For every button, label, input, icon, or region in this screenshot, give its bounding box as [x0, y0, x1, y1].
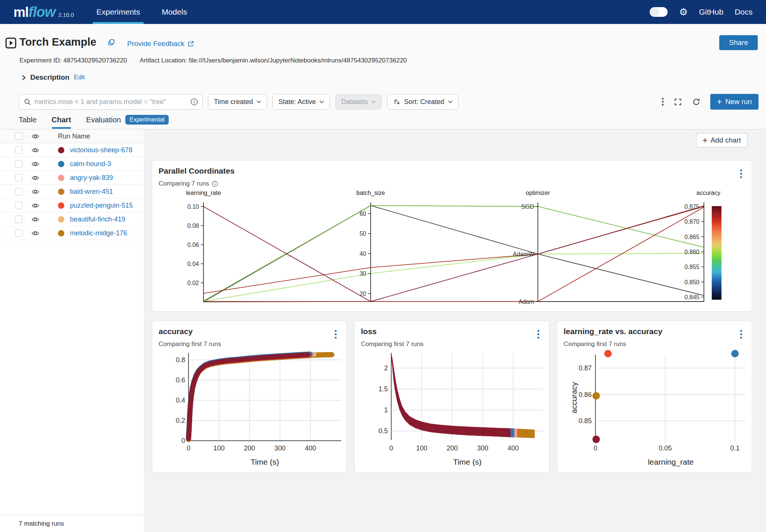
run-color-dot: [58, 216, 64, 223]
time-created-filter[interactable]: Time created: [208, 94, 267, 110]
visibility-toggle-icon[interactable]: [31, 215, 39, 223]
run-checkbox[interactable]: [15, 160, 22, 168]
run-checkbox[interactable]: [15, 188, 22, 195]
svg-text:50: 50: [359, 230, 366, 237]
svg-text:300: 300: [274, 444, 285, 452]
run-name-link[interactable]: victorious-sheep-678: [70, 146, 132, 154]
chevron-down-icon: [371, 100, 376, 103]
chart-menu-icon[interactable]: [739, 328, 744, 340]
charts-pane: + Add chart learning_rate0.100.080.060.0…: [145, 129, 766, 532]
run-name-column-header: Run Name: [58, 132, 90, 140]
nav-tab-experiments[interactable]: Experiments: [95, 0, 142, 24]
share-button[interactable]: Share: [719, 35, 758, 50]
tab-chart[interactable]: Chart: [52, 116, 71, 129]
visibility-toggle-icon[interactable]: [31, 229, 39, 237]
sort-icon: [393, 98, 400, 106]
run-checkbox[interactable]: [15, 174, 22, 181]
svg-text:0.845: 0.845: [684, 294, 699, 300]
run-color-dot: [58, 147, 64, 153]
tab-evaluation-group: Evaluation Experimental: [86, 115, 169, 129]
chevron-down-icon: [319, 100, 324, 103]
run-name-link[interactable]: bald-wren-451: [70, 188, 113, 196]
nav-tab-models[interactable]: Models: [160, 0, 189, 24]
svg-text:0.05: 0.05: [659, 444, 672, 452]
refresh-icon[interactable]: [692, 98, 701, 106]
runs-toolbar: Time created State: Active Datasets Sort…: [19, 94, 759, 110]
run-row: angry-yak-839: [0, 171, 144, 185]
copy-icon[interactable]: [107, 39, 115, 48]
svg-text:300: 300: [477, 444, 488, 452]
svg-text:AdamW: AdamW: [513, 251, 534, 257]
visibility-toggle-icon[interactable]: [31, 174, 39, 182]
provide-feedback-link[interactable]: Provide Feedback: [127, 40, 194, 48]
chevron-down-icon: [448, 100, 453, 103]
docs-link[interactable]: Docs: [735, 7, 753, 16]
svg-text:accuracy: accuracy: [570, 382, 578, 413]
svg-text:0.10: 0.10: [187, 204, 199, 210]
run-name-link[interactable]: puzzled-penguin-515: [70, 202, 133, 210]
run-color-dot: [58, 202, 64, 209]
run-checkbox[interactable]: [15, 146, 22, 154]
gear-icon[interactable]: ⚙: [679, 7, 687, 17]
more-options-icon[interactable]: [662, 97, 664, 106]
run-checkbox[interactable]: [15, 202, 22, 209]
svg-text:0.85: 0.85: [579, 417, 592, 425]
svg-text:20: 20: [359, 291, 366, 297]
navbar-right: ⚙ GitHub Docs: [650, 7, 753, 17]
tab-evaluation[interactable]: Evaluation: [86, 116, 121, 124]
chart-menu-icon[interactable]: [739, 168, 744, 180]
search-box[interactable]: [19, 94, 203, 110]
svg-text:200: 200: [447, 444, 458, 452]
visibility-toggle-icon[interactable]: [31, 132, 39, 140]
main-nav: Experiments Models: [95, 0, 207, 24]
add-chart-button[interactable]: + Add chart: [696, 133, 747, 147]
chart-title: accuracy: [159, 327, 193, 336]
new-run-button[interactable]: + New run: [710, 94, 759, 110]
run-name-link[interactable]: beautiful-finch-419: [70, 215, 125, 223]
description-edit-link[interactable]: Edit: [74, 74, 85, 81]
select-all-checkbox[interactable]: [15, 132, 22, 140]
svg-text:Adam: Adam: [518, 299, 534, 305]
run-list-rows: victorious-sheep-678 calm-hound-3 angry-…: [0, 143, 144, 240]
run-list-panel: Run Name victorious-sheep-678 calm-hound…: [0, 129, 144, 532]
view-tabs: Table Chart Evaluation Experimental: [19, 114, 766, 129]
visibility-toggle-icon[interactable]: [31, 160, 39, 168]
run-checkbox[interactable]: [15, 229, 22, 237]
fullscreen-icon[interactable]: [674, 98, 682, 106]
chart-menu-icon[interactable]: [333, 328, 338, 340]
svg-text:400: 400: [508, 444, 519, 452]
sort-selector[interactable]: Sort: Created: [387, 94, 458, 110]
run-row: puzzled-penguin-515: [0, 199, 144, 213]
github-link[interactable]: GitHub: [699, 7, 723, 16]
search-input[interactable]: [34, 98, 187, 106]
visibility-toggle-icon[interactable]: [31, 146, 39, 154]
chart-menu-icon[interactable]: [536, 328, 541, 340]
info-icon[interactable]: [212, 181, 218, 187]
visibility-toggle-icon[interactable]: [31, 188, 39, 196]
page-title: Torch Example: [19, 36, 96, 48]
search-icon: [24, 98, 31, 106]
mlflow-logo[interactable]: mlflow 2.10.0: [13, 4, 74, 20]
tab-table[interactable]: Table: [19, 116, 37, 129]
state-filter[interactable]: State: Active: [272, 94, 330, 110]
svg-text:0.86: 0.86: [579, 391, 592, 398]
svg-text:0.87: 0.87: [579, 364, 592, 372]
chevron-right-icon[interactable]: [22, 75, 26, 80]
run-row: melodic-midge-176: [0, 226, 144, 240]
toolbar-right: + New run: [662, 94, 759, 110]
svg-text:optimizer: optimizer: [526, 190, 551, 196]
run-name-link[interactable]: melodic-midge-176: [70, 229, 127, 237]
toggle-knob: [650, 7, 659, 16]
run-name-link[interactable]: angry-yak-839: [70, 174, 113, 182]
svg-text:0.08: 0.08: [187, 223, 199, 229]
run-checkbox[interactable]: [15, 215, 22, 223]
run-name-link[interactable]: calm-hound-3: [70, 160, 111, 168]
run-color-dot: [58, 189, 64, 195]
info-icon[interactable]: [190, 98, 198, 106]
run-row: calm-hound-3: [0, 157, 144, 171]
theme-toggle[interactable]: [650, 7, 668, 17]
svg-text:0: 0: [389, 444, 393, 452]
visibility-toggle-icon[interactable]: [31, 202, 39, 210]
chart-subtitle: Comparing 7 runs: [159, 180, 218, 187]
run-color-dot: [58, 230, 64, 236]
